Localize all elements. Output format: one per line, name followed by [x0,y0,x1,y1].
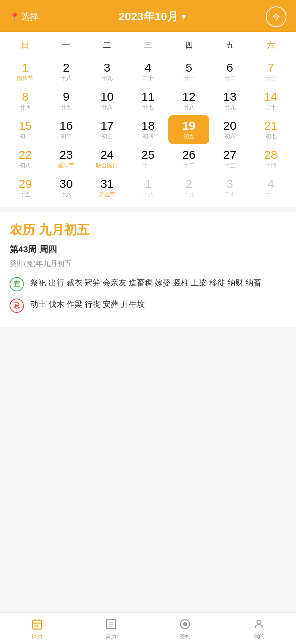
weekday-wed: 三 [128,37,169,54]
day-cell[interactable]: 9 廿五 [46,86,87,115]
daily-info-section: 农历 九月初五 第43周 周四 癸卯(兔)年九月初五 宜 祭祀 出行 裁衣 冠笄… [0,212,296,327]
day-lunar: 廿九 [224,104,236,111]
day-cell[interactable]: 15 初一 [5,115,46,144]
day-lunar: 十三 [224,162,236,169]
day-cell[interactable]: 7 廿三 [250,57,291,86]
day-cell[interactable]: 27 十三 [209,144,250,173]
day-cell[interactable]: 29 十五 [5,173,46,202]
location-pin-icon: 📍 [10,12,19,21]
day-cell-other-month[interactable]: 4 廿一 [250,173,291,202]
day-number: 19 [182,119,195,132]
day-number: 26 [182,148,195,161]
day-lunar: 初六 [224,133,236,140]
day-cell[interactable]: 3 十九 [87,57,128,86]
day-cell[interactable]: 11 廿七 [128,86,169,115]
day-number: 30 [60,177,73,190]
day-lunar: 廿一 [265,191,277,198]
day-number: 11 [141,90,154,103]
day-lunar: 廿一 [183,75,195,82]
nav-item-profile[interactable]: 我的 [222,617,296,640]
yi-label: 宜 [14,280,20,289]
day-cell[interactable]: 18 初四 [128,115,169,144]
location-selector[interactable]: 📍 选择 [10,11,39,23]
day-number: 20 [223,119,236,132]
day-cell[interactable]: 30 十六 [46,173,87,202]
day-number: 4 [267,177,274,190]
day-cell[interactable]: 4 二十 [128,57,169,86]
day-lunar: 联合国日 [96,162,118,169]
weekday-sun: 日 [5,37,46,54]
day-cell[interactable]: 31 万圣节 [87,173,128,202]
day-cell[interactable]: 10 廿六 [87,86,128,115]
day-lunar: 廿七 [142,104,154,111]
day-cell[interactable]: 17 初三 [87,115,128,144]
day-number: 31 [100,177,113,190]
day-cell[interactable]: 23 重阳节 [46,144,87,173]
svg-rect-0 [33,620,42,629]
day-number: 16 [60,119,73,132]
nav-label-calendar: 日历 [31,633,43,640]
weekday-fri: 五 [209,37,250,54]
day-lunar: 廿六 [101,104,113,111]
day-cell[interactable]: 26 十二 [168,144,209,173]
day-cell[interactable]: 21 初七 [250,115,291,144]
yi-badge: 宜 [10,277,24,291]
section-separator [0,207,296,212]
day-lunar: 廿八 [183,104,195,111]
today-button[interactable]: 今 [266,6,286,27]
ji-item: 忌 动土 伐木 作梁 行丧 安葬 开生坟 [10,298,286,313]
location-label[interactable]: 选择 [21,11,39,23]
nav-item-calendar[interactable]: 日历 [0,617,74,640]
profile-icon [252,617,266,631]
calendar-container: 日 一 二 三 四 五 六 1 国庆节 2 十八 3 十九 4 二十 5 廿一 [0,32,296,207]
nav-item-checkin[interactable]: 签到 [148,617,222,640]
nav-item-almanac[interactable]: 黄历 [74,617,148,640]
day-cell[interactable]: 20 初六 [209,115,250,144]
day-cell[interactable]: 5 廿一 [168,57,209,86]
day-number: 18 [141,119,154,132]
day-cell[interactable]: 6 廿二 [209,57,250,86]
day-lunar: 十九 [101,75,113,82]
day-number: 23 [60,148,73,161]
calendar-grid: 1 国庆节 2 十八 3 十九 4 二十 5 廿一 6 廿二 7 廿三 8 [5,57,291,202]
today-day-cell[interactable]: 19 初五 [168,115,209,144]
yi-item: 宜 祭祀 出行 裁衣 冠笄 会亲友 造畜稠 嫁娶 竖柱 上梁 移徙 纳财 纳畜 [10,276,286,291]
lunar-date-title: 农历 九月初五 [10,221,286,239]
app-header: 📍 选择 2023年10月 ▾ 今 [0,0,296,32]
svg-point-11 [183,622,187,626]
day-cell[interactable]: 25 十一 [128,144,169,173]
day-number: 10 [100,90,113,103]
day-cell[interactable]: 16 初二 [46,115,87,144]
day-cell[interactable]: 12 廿八 [168,86,209,115]
day-cell[interactable]: 8 廿四 [5,86,46,115]
day-cell-other-month[interactable]: 1 十八 [128,173,169,202]
day-cell[interactable]: 14 三十 [250,86,291,115]
day-lunar: 重阳节 [58,162,74,169]
day-lunar: 初三 [101,133,113,140]
day-lunar: 十五 [19,191,31,198]
day-cell[interactable]: 1 国庆节 [5,57,46,86]
day-number: 29 [19,177,32,190]
day-lunar: 十八 [60,75,72,82]
day-number: 22 [19,148,32,161]
day-lunar: 廿二 [224,75,236,82]
day-number: 28 [264,148,277,161]
day-cell[interactable]: 28 十四 [250,144,291,173]
day-lunar: 初四 [142,133,154,140]
ji-text: 动土 伐木 作梁 行丧 安葬 开生坟 [30,298,286,310]
day-lunar: 万圣节 [99,191,115,198]
day-lunar: 十二 [183,162,195,169]
day-lunar: 十六 [60,191,72,198]
day-cell-other-month[interactable]: 2 十九 [168,173,209,202]
ji-label: 忌 [14,302,20,310]
almanac-icon [104,617,118,631]
day-cell[interactable]: 13 廿九 [209,86,250,115]
day-cell[interactable]: 2 十八 [46,57,87,86]
day-cell-other-month[interactable]: 3 二十 [209,173,250,202]
day-cell[interactable]: 24 联合国日 [87,144,128,173]
month-title-container[interactable]: 2023年10月 ▾ [119,9,185,24]
day-lunar: 国庆节 [17,75,33,82]
day-cell[interactable]: 22 初八 [5,144,46,173]
ji-badge: 忌 [10,299,24,313]
day-lunar: 十一 [142,162,154,169]
